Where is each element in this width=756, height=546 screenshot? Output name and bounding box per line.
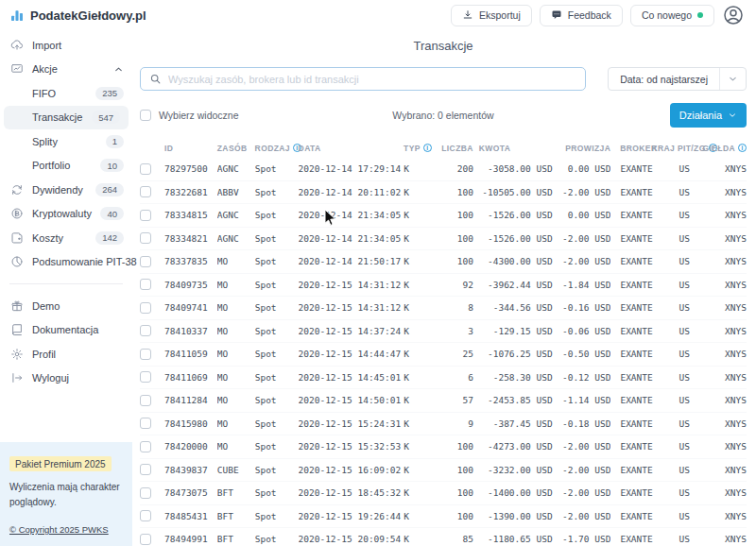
column-header-kwota[interactable]: KWOTA [473, 144, 553, 153]
cell-rodzaj: Spot [255, 465, 299, 475]
row-checkbox[interactable] [140, 487, 151, 499]
sidebar-item-demo[interactable]: Demo [0, 294, 132, 318]
row-checkbox[interactable] [140, 210, 151, 221]
table-row: 78485431BFTSpot2020-12-15 19:26:44K100-1… [140, 505, 747, 529]
table-row: 78297500AGNCSpot2020-12-14 17:29:14K200-… [140, 158, 747, 181]
cell-zas-b: AGNC [217, 163, 255, 174]
feedback-button[interactable]: Feedback [540, 5, 623, 26]
row-checkbox[interactable] [140, 418, 151, 429]
sort-dropdown[interactable]: Data: od najstarszej [608, 67, 747, 91]
cell-kwota: -3058.00 USD [473, 163, 553, 174]
export-button[interactable]: Eksportuj [451, 5, 532, 26]
cell-id: 78334815 [164, 210, 217, 220]
selected-count-label: Wybrano: 0 elementów [140, 110, 747, 121]
cell-id: 78411059 [164, 349, 217, 359]
cell-prowizja: -2.00 USD [553, 487, 611, 498]
sidebar-item-dywidendy[interactable]: Dywidendy264 [0, 178, 132, 202]
sidebar-item-podsumowanie-pit-38[interactable]: Podsumowanie PIT-38 [0, 250, 132, 275]
row-checkbox[interactable] [140, 302, 151, 314]
actions-button-label: Działania [679, 110, 722, 121]
cell-rodzaj: Spot [255, 441, 299, 452]
sidebar-item-transakcje[interactable]: Transakcje547 [4, 106, 129, 130]
user-avatar-button[interactable] [722, 4, 745, 26]
row-checkbox-cell [140, 464, 164, 475]
row-checkbox[interactable] [140, 256, 151, 267]
column-header-rodzaj[interactable]: RODZAJi [255, 144, 299, 153]
table-row: 78337835MOSpot2020-12-14 21:50:17K100-43… [140, 250, 747, 274]
sidebar-item-portfolio[interactable]: Portfolio10 [0, 154, 132, 179]
cell-zas-b: ABBV [217, 187, 255, 197]
cell-zas-b: AGNC [217, 210, 255, 220]
cloud-upload-icon [10, 39, 24, 52]
column-header-id[interactable]: ID [164, 144, 217, 153]
row-checkbox[interactable] [140, 232, 151, 244]
cell-rodzaj: Spot [255, 280, 299, 290]
table-row: 78415980MOSpot2020-12-15 15:24:31K9-387.… [140, 413, 747, 436]
column-header-gie-da[interactable]: GIEŁDAi [707, 144, 747, 153]
notification-dot [697, 12, 703, 18]
row-checkbox[interactable] [140, 464, 151, 475]
sidebar-item-kryptowaluty[interactable]: Kryptowaluty40 [0, 202, 132, 227]
row-checkbox-cell [140, 210, 164, 221]
count-badge: 40 [100, 207, 124, 220]
column-header-zas-b[interactable]: ZASÓB [217, 144, 255, 153]
table-row: 78420000MOSpot2020-12-15 15:32:53K100-42… [140, 435, 747, 459]
column-header-liczba[interactable]: LICZBA [438, 144, 473, 153]
row-checkbox[interactable] [140, 163, 151, 175]
actions-button[interactable]: Działania [670, 103, 747, 128]
row-checkbox[interactable] [140, 349, 151, 360]
cell-data: 2020-12-15 15:24:31 [299, 418, 404, 429]
cell-id: 78415980 [164, 418, 217, 429]
cell-kwota: -1180.65 USD [473, 534, 553, 544]
table-row: 78473075BFTSpot2020-12-15 18:45:32K100-1… [140, 482, 747, 505]
row-checkbox-cell [140, 232, 164, 244]
user-avatar-icon [722, 4, 745, 26]
sidebar-item-dokumentacja[interactable]: Dokumentacja [0, 318, 132, 343]
sidebar-main-menu: ImportAkcjeFIFO235Transakcje547Splity1Po… [0, 33, 132, 274]
cell-kraj-pit-zg: US [662, 511, 707, 521]
app-logo[interactable]: PodatekGiełdowy.pl [9, 8, 146, 23]
info-icon[interactable]: i [423, 144, 432, 152]
logout-icon [10, 371, 24, 384]
cell-liczba: 100 [438, 441, 473, 452]
column-header-typ[interactable]: TYPi [404, 144, 438, 153]
row-checkbox[interactable] [140, 510, 151, 521]
cell-id: 78473075 [164, 487, 217, 498]
cell-id: 78439837 [164, 465, 217, 475]
sidebar-item-import[interactable]: Import [0, 33, 132, 58]
copyright-link[interactable]: © Copyright 2025 PWKS [9, 524, 109, 535]
selection-toolbar: Wybierz widoczne Wybrano: 0 elementów Dz… [140, 103, 747, 128]
cell-liczba: 100 [438, 465, 473, 475]
cell-kwota: -4300.00 USD [473, 256, 553, 266]
sidebar-item-koszty[interactable]: Koszty142 [0, 226, 132, 250]
sidebar-item-wyloguj[interactable]: Wyloguj [0, 367, 132, 391]
cell-liczba: 100 [438, 511, 473, 521]
cell-typ: K [404, 487, 438, 498]
cell-broker: EXANTE [610, 372, 662, 383]
column-header-kraj-pit-zg[interactable]: KRAJ PIT/ZGi [662, 144, 707, 153]
row-checkbox[interactable] [140, 325, 151, 336]
app-header: PodatekGiełdowy.pl Eksportuj Feedback Co… [0, 0, 756, 30]
column-header-data[interactable]: DATA [299, 144, 404, 153]
row-checkbox[interactable] [140, 279, 151, 290]
row-checkbox[interactable] [140, 186, 151, 197]
column-header-prowizja[interactable]: PROWIZJA [552, 144, 610, 153]
info-icon[interactable]: i [738, 144, 747, 152]
sidebar-item-fifo[interactable]: FIFO235 [0, 81, 132, 106]
disclaimer-text: Wyliczenia mają charakter poglądowy. [9, 480, 123, 509]
search-input[interactable] [168, 74, 576, 85]
row-checkbox[interactable] [140, 371, 151, 383]
cell-id: 78334821 [164, 233, 217, 244]
row-checkbox[interactable] [140, 441, 151, 452]
whats-new-button[interactable]: Co nowego [630, 5, 714, 26]
row-checkbox[interactable] [140, 395, 151, 406]
crypto-coin-icon [10, 207, 24, 220]
sidebar-item-profil[interactable]: Profil [0, 342, 132, 367]
cell-kwota: -3232.00 USD [473, 465, 553, 475]
count-badge: 235 [95, 87, 124, 100]
sidebar-item-splity[interactable]: Splity1 [0, 129, 132, 154]
sidebar-item-akcje[interactable]: Akcje [0, 58, 132, 82]
cell-kwota: -10505.00 USD [473, 187, 553, 197]
cell-zas-b: BFT [217, 511, 255, 521]
row-checkbox[interactable] [140, 534, 151, 545]
